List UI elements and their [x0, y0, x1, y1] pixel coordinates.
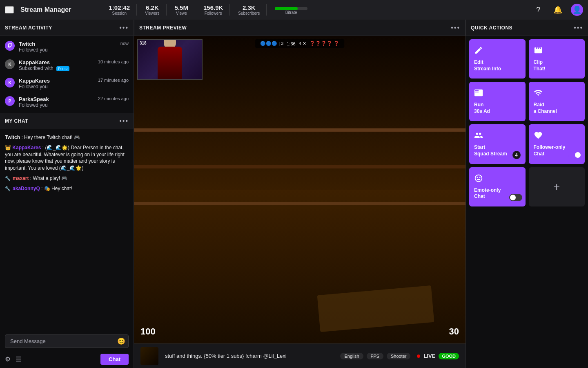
weapon-overlay [317, 285, 434, 332]
chat-input[interactable] [5, 334, 129, 348]
kappa-follow-icon: K [5, 78, 15, 88]
stat-session-value: 1:02:42 [109, 4, 130, 11]
chat-message: Twitch : Hey there Twitch chat! 🎮 [0, 132, 134, 143]
follower-chat-toggle-wrap [568, 151, 581, 160]
help-icon: ? [536, 6, 540, 14]
kappa-sub-content: KappaKares Subscribed with Prime [19, 59, 94, 71]
stream-preview-more-button[interactable]: ••• [451, 24, 460, 31]
add-action-icon: + [553, 180, 560, 193]
stream-thumbnail-bg [140, 347, 158, 365]
parka-follow-name: ParkaSpeak [19, 96, 49, 102]
stream-thumbnail [140, 347, 158, 365]
stat-session-label: Session [112, 11, 127, 16]
hamburger-menu[interactable] [5, 6, 14, 13]
my-chat-more-button[interactable]: ••• [119, 117, 129, 125]
stat-followers-value: 156.9K [203, 4, 223, 11]
twitch-activity-icon [5, 41, 15, 51]
emote-chat-toggle-knob [510, 195, 516, 200]
chat-message: 🔧 akaDonnyQ : 🎭 Hey chat! [0, 184, 134, 194]
stat-viewers-value: 6.2K [146, 4, 159, 11]
add-action-button[interactable]: + [529, 167, 585, 206]
live-indicator: LIVE GOOD [417, 353, 459, 359]
stream-title: stuff and things. {50% tier 1 subs} !cha… [165, 353, 334, 359]
stat-views: 5.5M Views [168, 4, 195, 16]
twitch-activity-time: now [120, 41, 129, 46]
my-chat-panel: My Chat ••• Twitch : Hey there Twitch ch… [0, 113, 134, 368]
stat-followers-label: Followers [205, 11, 222, 16]
chat-text: : 🎭 Hey chat! [41, 186, 72, 191]
clip-that-button[interactable]: ClipThat! [529, 39, 585, 79]
stream-activity-more-button[interactable]: ••• [119, 24, 129, 31]
kappa-follow-action: Followed you [19, 84, 94, 90]
raid-channel-button[interactable]: Raida Channel [529, 82, 585, 121]
raid-channel-label: Raida Channel [534, 102, 557, 114]
chat-message: 👑 KappaKares : (🌊_🌊🌟) Dear Person in the… [0, 143, 134, 173]
chat-username-twitch: Twitch [5, 135, 20, 140]
emote-chat-toggle[interactable] [509, 194, 522, 201]
parka-follow-content: ParkaSpeak Followed you [19, 96, 94, 108]
chat-bottom-icons: ⚙ ☰ [5, 355, 21, 363]
game-hud-top: 🔵🔵🔵 | 3 1:36 4 ✕ ❓❓❓❓ ❓ [255, 39, 344, 48]
emote-chat-toggle-wrap [509, 194, 522, 202]
hud-enemy: ❓❓❓❓ ❓ [310, 41, 339, 46]
quick-actions-header: Quick Actions ••• [466, 20, 588, 36]
cam-number: 318 [140, 41, 147, 45]
help-button[interactable]: ? [532, 3, 545, 16]
notifications-button[interactable]: 🔔 [551, 3, 564, 16]
stat-session: 1:02:42 Session [102, 4, 137, 16]
quick-actions-panel: Quick Actions ••• EditStream Info [466, 20, 588, 368]
chat-send-button[interactable]: Chat [100, 354, 129, 365]
kappa-follow-time: 17 minutes ago [98, 78, 129, 83]
stream-activity-title: Stream Activity [5, 25, 52, 31]
chat-text: : Hey there Twitch chat! 🎮 [21, 135, 80, 140]
follower-chat-button[interactable]: Follower-onlyChat [529, 124, 585, 164]
twitch-activity-name: Twitch [19, 41, 35, 47]
stream-preview-header: Stream Preview ••• [134, 20, 466, 36]
chat-settings-button[interactable]: ⚙ [5, 355, 11, 363]
emote-chat-button[interactable]: Emote-onlyChat [469, 167, 526, 206]
clip-icon [534, 46, 543, 57]
emoji-button[interactable]: 😊 [117, 337, 125, 345]
stat-views-value: 5.5M [175, 4, 188, 11]
main-layout: Stream Activity ••• Twitch Followed you … [0, 20, 588, 368]
player-cam-figure [158, 47, 182, 79]
chat-messages: Twitch : Hey there Twitch chat! 🎮 👑 Kapp… [0, 129, 134, 331]
stream-tag-shooter[interactable]: Shooter [387, 353, 411, 359]
quick-actions-more-button[interactable]: ••• [574, 24, 583, 31]
live-dot [417, 355, 420, 358]
run-ad-button[interactable]: Run30s Ad [469, 82, 526, 121]
stream-tag-fps[interactable]: FPS [367, 353, 383, 359]
list-item: Twitch Followed you now [0, 38, 134, 56]
wrench-icon: 🔧 [5, 186, 12, 191]
chat-bottom-bar: ⚙ ☰ Chat [0, 351, 134, 368]
list-item: K KappaKares Subscribed with Prime 10 mi… [0, 56, 134, 74]
chat-list-button[interactable]: ☰ [16, 355, 21, 363]
chat-input-area: 😊 [0, 331, 134, 351]
activity-list: Twitch Followed you now K KappaKares Sub… [0, 36, 134, 113]
bottom-stream-bar: stuff and things. {50% tier 1 subs} !cha… [134, 343, 466, 368]
list-item: P ParkaSpeak Followed you 22 minutes ago [0, 93, 134, 111]
quality-badge: GOOD [439, 353, 459, 359]
hud-timer: 1:36 [287, 41, 295, 46]
kappa-follow-name: KappaKares [19, 78, 50, 84]
user-avatar[interactable]: 👤 [571, 4, 583, 16]
chat-input-wrap: 😊 [5, 334, 129, 348]
stream-preview-area: 318 🔵🔵🔵 | 3 1:36 4 ✕ ❓❓❓❓ ❓ 100 30 [134, 36, 466, 343]
kappa-sub-icon: K [5, 59, 15, 69]
left-panel: Stream Activity ••• Twitch Followed you … [0, 20, 134, 368]
chat-username-maxart: maxart [13, 175, 29, 181]
stat-followers: 156.9K Followers [197, 4, 230, 16]
follower-chat-toggle[interactable] [568, 151, 581, 159]
squad-stream-button[interactable]: StartSquad Stream 4 [469, 124, 526, 164]
edit-stream-info-button[interactable]: EditStream Info [469, 39, 526, 79]
twitch-follow-content: Twitch Followed you [19, 41, 116, 53]
center-panel: Stream Preview ••• [134, 20, 466, 368]
kappa-sub-time: 10 minutes ago [98, 59, 129, 64]
chat-username-akadonny: akaDonnyQ [13, 186, 40, 191]
squad-badge: 4 [512, 151, 521, 159]
stream-tag-english[interactable]: English [340, 353, 363, 359]
hud-score: 4 ✕ [299, 41, 306, 46]
raid-icon [534, 88, 543, 99]
stat-subscribers: 2.3K Subscribers [232, 4, 267, 16]
follower-chat-label: Follower-onlyChat [534, 144, 566, 157]
